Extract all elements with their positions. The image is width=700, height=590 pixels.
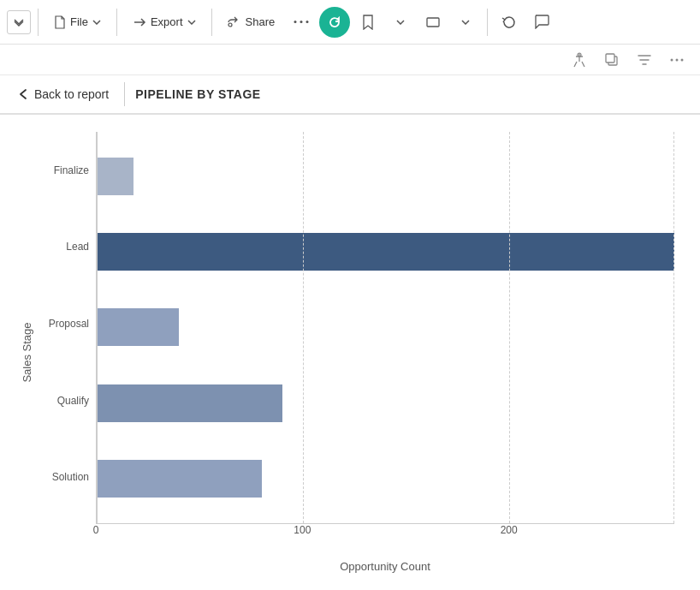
copy-visual-button[interactable] <box>599 47 625 73</box>
breadcrumb-separator <box>124 82 125 106</box>
svg-point-9 <box>676 58 679 61</box>
view-button[interactable] <box>418 8 448 37</box>
bar-finalize[interactable] <box>97 158 133 195</box>
more-options-button[interactable] <box>287 8 316 37</box>
page-title: PIPELINE BY STAGE <box>135 87 260 101</box>
refresh-button[interactable] <box>319 7 350 38</box>
secondary-toolbar <box>0 45 700 75</box>
bar-row-solution <box>97 456 674 501</box>
svg-point-10 <box>681 58 684 61</box>
grid-line-100 <box>303 132 304 523</box>
bookmark-button[interactable] <box>353 8 383 37</box>
more-visual-options-button[interactable] <box>664 47 690 73</box>
bar-row-lead <box>97 229 674 274</box>
grid-line-200 <box>509 132 510 523</box>
x-tick-0: 0 <box>93 524 99 536</box>
x-tick-100: 100 <box>294 524 311 536</box>
grid-line-0 <box>97 132 98 523</box>
reload-button[interactable] <box>495 8 524 37</box>
file-button[interactable]: File <box>45 11 110 33</box>
breadcrumb-bar: Back to report PIPELINE BY STAGE <box>0 75 700 115</box>
toolbar-divider-3 <box>211 9 212 36</box>
chart-body: Finalize Lead Proposal Qualify Solution <box>36 132 674 573</box>
y-axis-label: Sales Stage <box>21 322 33 382</box>
bar-solution[interactable] <box>97 460 262 498</box>
pin-button[interactable] <box>567 47 592 73</box>
main-toolbar: File Export Share <box>0 0 700 45</box>
comment-button[interactable] <box>527 8 556 37</box>
svg-rect-7 <box>606 54 614 63</box>
svg-point-8 <box>671 58 673 61</box>
view-chevron-button[interactable] <box>451 8 480 37</box>
svg-point-3 <box>306 21 309 23</box>
bar-row-proposal <box>97 305 674 349</box>
svg-point-0 <box>228 23 232 27</box>
y-labels: Finalize Lead Proposal Qualify Solution <box>36 132 96 524</box>
y-label-proposal: Proposal <box>36 318 96 330</box>
svg-point-2 <box>300 21 303 23</box>
bar-lead[interactable] <box>97 233 674 271</box>
export-label: Export <box>151 15 183 28</box>
export-button[interactable]: Export <box>124 11 205 33</box>
share-button[interactable]: Share <box>219 11 284 33</box>
y-label-finalize: Finalize <box>36 164 96 176</box>
y-axis-label-container: Sales Stage <box>17 132 36 573</box>
toolbar-divider-1 <box>38 9 39 36</box>
expand-nav-button[interactable] <box>7 10 31 34</box>
bar-proposal[interactable] <box>97 308 179 346</box>
file-label: File <box>70 15 88 28</box>
bookmark-chevron-button[interactable] <box>386 8 415 37</box>
grid-line-end <box>673 132 674 523</box>
x-axis-label: Opportunity Count <box>96 560 674 573</box>
chart-container: Sales Stage Finalize Lead Proposal Quali… <box>0 115 700 590</box>
bars-and-grid <box>96 132 674 524</box>
x-axis-ticks: 0 100 200 <box>96 524 674 541</box>
back-label: Back to report <box>34 87 109 101</box>
bars-rows <box>97 132 674 523</box>
back-chevron-icon <box>19 88 27 100</box>
y-label-qualify: Qualify <box>36 395 96 407</box>
bars-area: Finalize Lead Proposal Qualify Solution <box>36 132 674 524</box>
toolbar-divider-2 <box>116 9 117 36</box>
x-tick-200: 200 <box>501 524 518 536</box>
svg-rect-4 <box>427 18 439 27</box>
bar-row-finalize <box>97 154 674 199</box>
share-label: Share <box>246 15 276 28</box>
y-label-lead: Lead <box>36 241 96 253</box>
svg-point-1 <box>294 21 297 23</box>
back-to-report-button[interactable]: Back to report <box>14 84 114 104</box>
bar-qualify[interactable] <box>97 384 282 422</box>
chart-inner: Sales Stage Finalize Lead Proposal Quali… <box>17 132 674 573</box>
toolbar-divider-4 <box>487 9 488 36</box>
y-label-solution: Solution <box>36 471 96 483</box>
bar-row-qualify <box>97 381 674 426</box>
filter-button[interactable] <box>632 47 657 73</box>
